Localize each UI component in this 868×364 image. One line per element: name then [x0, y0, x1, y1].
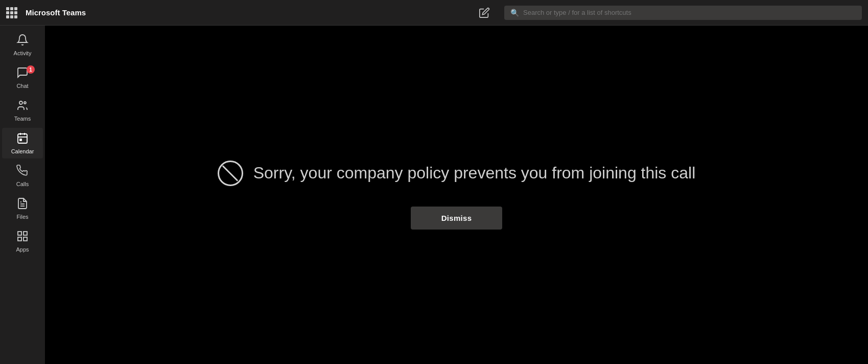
apps-label: Apps	[16, 246, 29, 253]
chat-badge: 1	[27, 65, 35, 74]
activity-label: Activity	[14, 50, 32, 56]
ban-icon	[218, 161, 243, 186]
svg-rect-11	[18, 237, 21, 241]
sidebar-item-activity[interactable]: Activity	[2, 30, 43, 60]
waffle-menu-icon[interactable]	[6, 7, 17, 18]
sidebar: Activity 1 Chat Teams	[0, 26, 45, 364]
svg-rect-9	[18, 232, 21, 235]
sidebar-item-teams[interactable]: Teams	[2, 95, 43, 126]
svg-rect-6	[20, 139, 21, 141]
titlebar: Microsoft Teams 🔍	[0, 0, 868, 26]
sidebar-item-chat[interactable]: 1 Chat	[2, 62, 43, 93]
activity-icon	[16, 34, 29, 48]
files-icon	[16, 197, 29, 212]
search-bar[interactable]: 🔍	[504, 6, 862, 20]
svg-point-1	[24, 102, 26, 104]
sidebar-item-calendar[interactable]: Calendar	[2, 128, 43, 158]
teams-label: Teams	[14, 116, 31, 122]
error-message: Sorry, your company policy prevents you …	[218, 161, 696, 186]
main-layout: Activity 1 Chat Teams	[0, 26, 868, 364]
app-title: Microsoft Teams	[26, 8, 86, 17]
sidebar-item-apps[interactable]: Apps	[2, 226, 43, 257]
search-input[interactable]	[523, 9, 856, 16]
calendar-icon	[16, 132, 29, 146]
apps-icon	[16, 230, 29, 244]
svg-rect-2	[18, 134, 27, 143]
teams-icon	[16, 99, 29, 113]
sidebar-item-calls[interactable]: Calls	[2, 161, 43, 191]
sidebar-item-files[interactable]: Files	[2, 193, 43, 224]
calls-icon	[16, 165, 29, 179]
svg-rect-10	[24, 232, 27, 235]
svg-rect-12	[24, 237, 27, 241]
files-label: Files	[16, 214, 28, 220]
svg-point-0	[19, 101, 22, 104]
chat-label: Chat	[16, 83, 28, 89]
calls-label: Calls	[16, 181, 29, 187]
content-area: Sorry, your company policy prevents you …	[45, 26, 868, 364]
dismiss-button[interactable]: Dismiss	[411, 207, 503, 230]
compose-icon[interactable]	[479, 7, 490, 18]
error-text: Sorry, your company policy prevents you …	[253, 164, 696, 183]
calendar-label: Calendar	[11, 148, 34, 154]
search-icon: 🔍	[510, 9, 519, 17]
